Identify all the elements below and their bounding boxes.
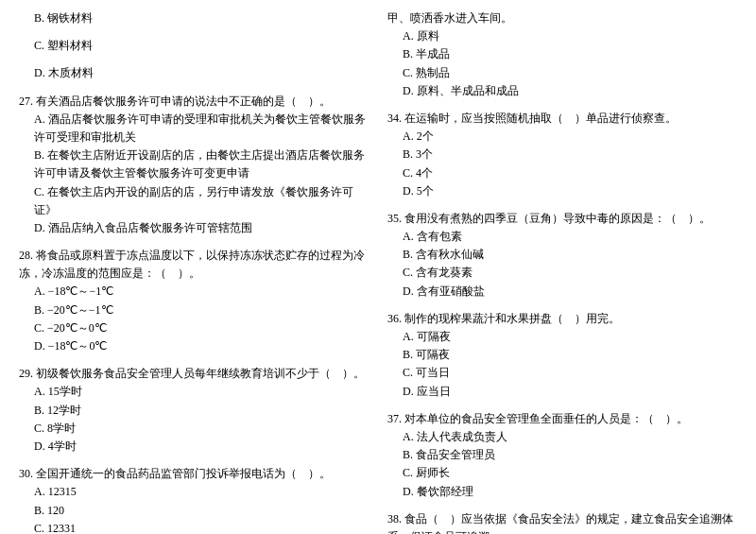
question-34-text: 34. 在运输时，应当按照随机抽取（ ）单品进行侦察查。 (387, 110, 737, 128)
q28-opt-b: B. −20℃～−1℃ (19, 301, 369, 319)
q33-opt-c: C. 熟制品 (387, 64, 737, 82)
q27-opt-b: B. 在餐饮主店附近开设副店的店，由餐饮主店提出酒店店餐饮服务许可申请及餐饮主管… (19, 146, 369, 182)
q28-opt-a: A. −18℃～−1℃ (19, 283, 369, 301)
q33-opt-a: A. 原料 (387, 27, 737, 45)
question-35-text: 35. 食用没有煮熟的四季豆（豆角）导致中毒的原因是：（ ）。 (387, 210, 737, 228)
q35-opt-d: D. 含有亚硝酸盐 (387, 283, 737, 301)
option-text: B. 钢铁材料 (19, 9, 369, 27)
question-29: 29. 初级餐饮服务食品安全管理人员每年继续教育培训不少于（ ）。 A. 15学… (19, 365, 369, 456)
question-38: 38. 食品（ ）应当依据《食品安全法》的规定，建立食品安全追溯体系，保证食品可… (387, 510, 737, 534)
left-column: B. 钢铁材料 C. 塑料材料 D. 木质材料 27. 有关酒品店餐饮服务许可申… (19, 9, 369, 534)
q28-opt-d: D. −18℃～0℃ (19, 337, 369, 355)
option-b-steel: B. 钢铁材料 (19, 9, 369, 27)
main-columns: B. 钢铁材料 C. 塑料材料 D. 木质材料 27. 有关酒品店餐饮服务许可申… (19, 9, 737, 534)
q27-opt-c: C. 在餐饮主店内开设的副店的店，另行申请发放《餐饮服务许可证》 (19, 183, 369, 219)
q30-opt-c: C. 12331 (19, 520, 369, 534)
question-28-text: 28. 将食品或原料置于冻点温度以下，以保持冻冻状态贮存的过程为冷冻，冷冻温度的… (19, 247, 369, 283)
question-34: 34. 在运输时，应当按照随机抽取（ ）单品进行侦察查。 A. 2个 B. 3个… (387, 110, 737, 200)
right-column: 甲、喷洒香水进入车间。 A. 原料 B. 半成品 C. 熟制品 D. 原料、半成… (387, 9, 737, 534)
q28-opt-c: C. −20℃～0℃ (19, 319, 369, 337)
question-28: 28. 将食品或原料置于冻点温度以下，以保持冻冻状态贮存的过程为冷冻，冷冻温度的… (19, 247, 369, 355)
q37-opt-c: C. 厨师长 (387, 464, 737, 482)
q27-opt-a: A. 酒品店餐饮服务许可申请的受理和审批机关为餐饮主管餐饮服务许可受理和审批机关 (19, 111, 369, 146)
question-36: 36. 制作的现榨果蔬汁和水果拼盘（ ）用完。 A. 可隔夜 B. 可隔夜 C.… (387, 310, 737, 401)
q33-continued: 甲、喷洒香水进入车间。 A. 原料 B. 半成品 C. 熟制品 D. 原料、半成… (387, 9, 737, 100)
option-d-wood: D. 木质材料 (19, 64, 369, 82)
q29-opt-a: A. 15学时 (19, 383, 369, 401)
question-35: 35. 食用没有煮熟的四季豆（豆角）导致中毒的原因是：（ ）。 A. 含有包素 … (387, 210, 737, 301)
q33-opt-b: B. 半成品 (387, 45, 737, 63)
q34-opt-a: A. 2个 (387, 128, 737, 146)
q37-opt-b: B. 食品安全管理员 (387, 446, 737, 464)
q36-opt-c: C. 可当日 (387, 364, 737, 382)
q35-opt-a: A. 含有包素 (387, 228, 737, 246)
q29-opt-c: C. 8学时 (19, 420, 369, 438)
q30-opt-b: B. 120 (19, 502, 369, 520)
q34-opt-b: B. 3个 (387, 146, 737, 164)
question-37: 37. 对本单位的食品安全管理鱼全面垂任的人员是：（ ）。 A. 法人代表成负责… (387, 410, 737, 501)
q33-cont-text: 甲、喷洒香水进入车间。 (387, 9, 737, 27)
q35-opt-b: B. 含有秋水仙碱 (387, 246, 737, 264)
q29-opt-d: D. 4学时 (19, 438, 369, 456)
q34-opt-c: C. 4个 (387, 164, 737, 182)
q29-opt-b: B. 12学时 (19, 402, 369, 420)
question-30: 30. 全国开通统一的食品药品监管部门投诉举报电话为（ ）。 A. 12315 … (19, 465, 369, 534)
question-29-text: 29. 初级餐饮服务食品安全管理人员每年继续教育培训不少于（ ）。 (19, 365, 369, 383)
q30-opt-a: A. 12315 (19, 483, 369, 501)
page-content: B. 钢铁材料 C. 塑料材料 D. 木质材料 27. 有关酒品店餐饮服务许可申… (19, 9, 737, 534)
question-27: 27. 有关酒品店餐饮服务许可申请的说法中不正确的是（ ）。 A. 酒品店餐饮服… (19, 93, 369, 238)
question-37-text: 37. 对本单位的食品安全管理鱼全面垂任的人员是：（ ）。 (387, 410, 737, 428)
question-36-text: 36. 制作的现榨果蔬汁和水果拼盘（ ）用完。 (387, 310, 737, 328)
option-c-plastic: C. 塑料材料 (19, 37, 369, 55)
q37-opt-a: A. 法人代表成负责人 (387, 428, 737, 446)
q33-opt-d: D. 原料、半成品和成品 (387, 82, 737, 100)
q27-opt-d: D. 酒品店纳入食品店餐饮服务许可管辖范围 (19, 219, 369, 237)
q35-opt-c: C. 含有龙葵素 (387, 264, 737, 282)
question-30-text: 30. 全国开通统一的食品药品监管部门投诉举报电话为（ ）。 (19, 465, 369, 483)
q36-opt-a: A. 可隔夜 (387, 328, 737, 346)
question-38-text: 38. 食品（ ）应当依据《食品安全法》的规定，建立食品安全追溯体系，保证食品可… (387, 510, 737, 534)
question-27-text: 27. 有关酒品店餐饮服务许可申请的说法中不正确的是（ ）。 (19, 93, 369, 111)
q36-opt-b: B. 可隔夜 (387, 346, 737, 364)
q34-opt-d: D. 5个 (387, 182, 737, 200)
q36-opt-d: D. 应当日 (387, 383, 737, 401)
option-text: C. 塑料材料 (19, 37, 369, 55)
option-text: D. 木质材料 (19, 64, 369, 82)
q37-opt-d: D. 餐饮部经理 (387, 483, 737, 501)
